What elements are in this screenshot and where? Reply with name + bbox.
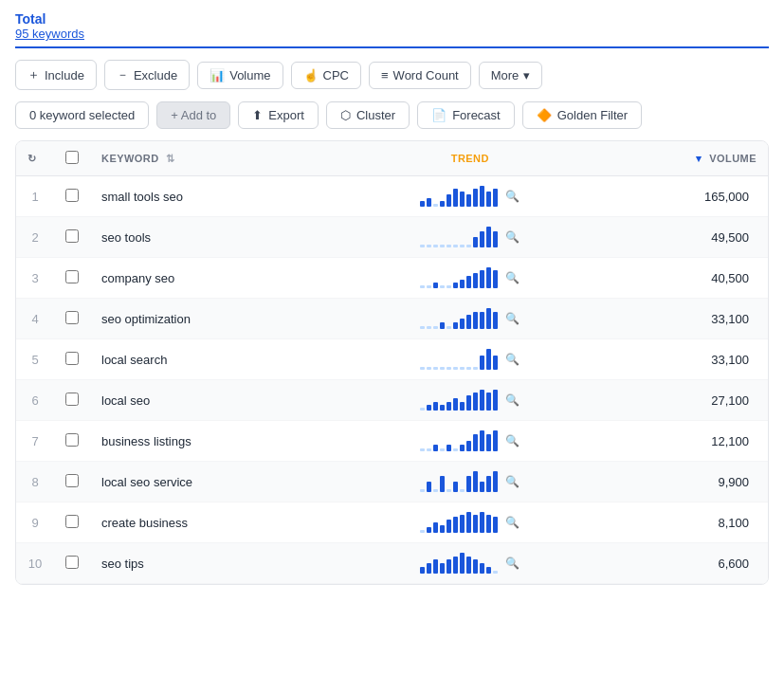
add-to-button[interactable]: + Add to — [156, 101, 230, 129]
sort-volume-icon[interactable]: ▾ — [696, 153, 702, 164]
volume-cell: 6,600 — [546, 543, 768, 584]
row-checkbox[interactable] — [65, 189, 79, 202]
text-icon: ≡ — [381, 68, 389, 82]
row-number: 9 — [16, 502, 54, 543]
table-row: 4seo optimization🔍33,100 — [16, 299, 768, 339]
more-button[interactable]: More ▾ — [479, 62, 543, 89]
trend-search-icon[interactable]: 🔍 — [505, 271, 520, 284]
volume-cell: 8,100 — [546, 502, 768, 543]
row-number: 5 — [16, 339, 54, 380]
table-row: 5local search🔍33,100 — [16, 339, 768, 380]
row-checkbox[interactable] — [65, 515, 79, 528]
trend-cell: 🔍 — [394, 502, 546, 543]
row-number: 1 — [16, 176, 54, 217]
row-checkbox-cell — [54, 380, 90, 421]
table-body: 1small tools seo🔍165,0002seo tools🔍49,50… — [16, 176, 768, 584]
row-checkbox[interactable] — [65, 474, 79, 487]
trend-search-icon[interactable]: 🔍 — [505, 393, 520, 407]
row-checkbox-cell — [54, 543, 90, 584]
volume-cell: 40,500 — [546, 258, 768, 299]
table-row: 9create business🔍8,100 — [16, 502, 768, 543]
trend-cell: 🔍 — [394, 217, 546, 258]
include-label: Include — [45, 68, 84, 82]
total-label: Total — [15, 11, 769, 27]
keyword-cell: seo optimization — [90, 299, 394, 339]
row-checkbox-cell — [54, 421, 90, 462]
keyword-col-header: KEYWORD ⇅ — [90, 141, 394, 176]
row-checkbox-cell — [54, 339, 90, 380]
volume-button[interactable]: 📊 Volume — [197, 62, 283, 89]
trend-search-icon[interactable]: 🔍 — [505, 516, 520, 529]
trend-search-icon[interactable]: 🔍 — [505, 230, 520, 244]
row-number: 3 — [16, 258, 54, 299]
keyword-table: ↻ KEYWORD ⇅ TREND ▾ VOLUME — [16, 141, 768, 584]
row-checkbox[interactable] — [65, 270, 79, 283]
selected-badge: 0 keyword selected — [15, 101, 149, 129]
trend-col-header: TREND — [394, 141, 546, 176]
table-row: 7business listings🔍12,100 — [16, 421, 768, 462]
volume-cell: 33,100 — [546, 299, 768, 339]
select-all-col — [54, 141, 90, 176]
golden-filter-label: Golden Filter — [557, 108, 628, 122]
trend-search-icon[interactable]: 🔍 — [505, 475, 520, 488]
cpc-label: CPC — [323, 68, 349, 82]
export-icon: ⬆ — [252, 108, 263, 122]
keyword-cell: local seo — [90, 380, 394, 421]
add-to-label: + Add to — [171, 108, 216, 122]
row-checkbox-cell — [54, 462, 90, 502]
plus-icon: ＋ — [27, 66, 40, 83]
keywords-count[interactable]: 95 keywords — [15, 27, 769, 41]
row-checkbox[interactable] — [65, 311, 79, 324]
exclude-button[interactable]: － Exclude — [104, 60, 190, 90]
row-number: 7 — [16, 421, 54, 462]
trend-cell: 🔍 — [394, 462, 546, 502]
trend-search-icon[interactable]: 🔍 — [505, 312, 520, 325]
more-label: More — [491, 68, 520, 82]
table-row: 1small tools seo🔍165,000 — [16, 176, 768, 217]
forecast-button[interactable]: 📄 Forecast — [417, 101, 515, 129]
volume-cell: 33,100 — [546, 339, 768, 380]
keyword-cell: create business — [90, 502, 394, 543]
refresh-col: ↻ — [16, 141, 54, 176]
volume-cell: 9,900 — [546, 462, 768, 502]
trend-search-icon[interactable]: 🔍 — [505, 434, 520, 447]
trend-search-icon[interactable]: 🔍 — [505, 353, 520, 366]
row-number: 6 — [16, 380, 54, 421]
keyword-cell: seo tips — [90, 543, 394, 584]
export-label: Export — [268, 108, 304, 122]
keyword-cell: local seo service — [90, 462, 394, 502]
include-button[interactable]: ＋ Include — [15, 60, 97, 90]
row-checkbox[interactable] — [65, 393, 79, 406]
action-bar: 0 keyword selected + Add to ⬆ Export ⬡ C… — [15, 101, 769, 129]
cluster-button[interactable]: ⬡ Cluster — [326, 101, 410, 129]
word-count-button[interactable]: ≡ Word Count — [369, 62, 471, 89]
trend-cell: 🔍 — [394, 339, 546, 380]
select-all-checkbox[interactable] — [65, 151, 79, 164]
row-number: 10 — [16, 543, 54, 584]
keyword-cell: seo tools — [90, 217, 394, 258]
row-checkbox[interactable] — [65, 556, 79, 569]
row-checkbox[interactable] — [65, 352, 79, 365]
cluster-label: Cluster — [356, 108, 395, 122]
toolbar: ＋ Include － Exclude 📊 Volume ☝ CPC ≡ Wor… — [15, 60, 769, 90]
export-button[interactable]: ⬆ Export — [238, 101, 319, 129]
table-row: 3company seo🔍40,500 — [16, 258, 768, 299]
chevron-down-icon: ▾ — [523, 68, 530, 82]
row-checkbox[interactable] — [65, 229, 79, 243]
refresh-icon: ↻ — [27, 153, 36, 164]
keyword-cell: company seo — [90, 258, 394, 299]
golden-filter-button[interactable]: 🔶 Golden Filter — [522, 101, 642, 129]
row-number: 4 — [16, 299, 54, 339]
trend-search-icon[interactable]: 🔍 — [505, 557, 520, 570]
golden-filter-icon: 🔶 — [537, 108, 552, 122]
chart-icon: 📊 — [210, 68, 225, 82]
trend-search-icon[interactable]: 🔍 — [505, 190, 520, 203]
sort-icon[interactable]: ⇅ — [166, 153, 174, 164]
row-checkbox[interactable] — [65, 433, 79, 447]
row-checkbox-cell — [54, 217, 90, 258]
row-checkbox-cell — [54, 258, 90, 299]
volume-label: Volume — [229, 68, 270, 82]
cpc-button[interactable]: ☝ CPC — [291, 62, 361, 89]
trend-cell: 🔍 — [394, 299, 546, 339]
volume-cell: 165,000 — [546, 176, 768, 217]
